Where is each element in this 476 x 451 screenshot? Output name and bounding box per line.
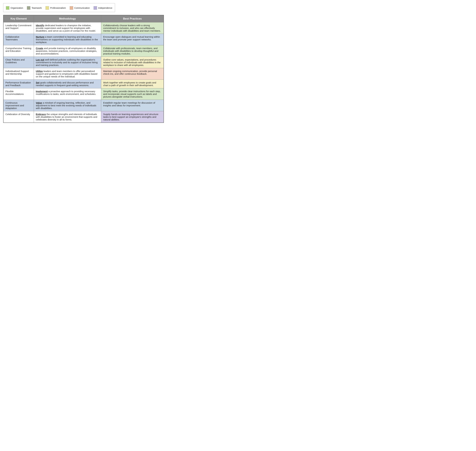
- cell-methodology: Identify dedicated leaders to champion t…: [34, 22, 101, 34]
- cell-key-element: Leadership Commitment and Support: [3, 22, 34, 34]
- table-row: Comprehensive Training and EducationCrea…: [3, 45, 164, 57]
- cell-key-element: Performance Evaluation and Feedback: [3, 80, 34, 88]
- method-keyword: Utilize: [36, 70, 43, 72]
- cell-key-element: Comprehensive Training and Education: [3, 45, 34, 57]
- cell-methodology: Lay out well-defined policies outlining …: [34, 57, 101, 68]
- method-keyword: Value: [36, 101, 42, 104]
- cell-best-practices: Work together with employees to create g…: [101, 80, 164, 88]
- key-item: Organization: [6, 6, 23, 10]
- cell-best-practices: Simplify tasks, provide clear instructio…: [101, 88, 164, 100]
- cell-methodology: Set goals collaboratively and discuss pe…: [34, 80, 101, 88]
- table-row: Collaborative TeammatesNurture a team co…: [3, 34, 164, 45]
- method-keyword: Set: [36, 81, 39, 84]
- header-methodology: Methodology: [34, 15, 101, 22]
- method-keyword: Embrace: [36, 113, 46, 116]
- table-row: Continuous Improvement and AdaptationVal…: [3, 100, 164, 111]
- key-items: OrganizationTeamworkProfessionalismCommu…: [6, 6, 112, 10]
- key-box: OrganizationTeamworkProfessionalismCommu…: [3, 3, 115, 12]
- header-key-element: Key Element: [3, 15, 34, 22]
- cell-methodology: Value a mindset of ongoing learning, ref…: [34, 100, 101, 111]
- cell-best-practices: Maintain ongoing communication, provide …: [101, 68, 164, 80]
- table-row: Clear Policies and GuidelinesLay out wel…: [3, 57, 164, 68]
- cell-best-practices: Establish regular team meetings for disc…: [101, 100, 164, 111]
- key-label: Independence: [98, 7, 112, 9]
- table-row: Individualized Support and MentorshipUti…: [3, 68, 164, 80]
- method-keyword: Implement: [36, 90, 48, 93]
- key-swatch: [94, 6, 97, 10]
- header-best-practices: Best Practices: [101, 15, 164, 22]
- cell-methodology: Implement a proactive approach to provid…: [34, 88, 101, 100]
- table-row: Celebration of DiversityEmbrace the uniq…: [3, 111, 164, 123]
- key-swatch: [6, 6, 9, 10]
- cell-key-element: Continuous Improvement and Adaptation: [3, 100, 34, 111]
- key-item: Professionalism: [45, 6, 66, 10]
- cell-key-element: Collaborative Teammates: [3, 34, 34, 45]
- cell-methodology: Embrace the unique strengths and interes…: [34, 111, 101, 123]
- key-item: Teamwork: [27, 6, 42, 10]
- method-keyword: Lay out: [36, 58, 44, 61]
- cell-key-element: Clear Policies and Guidelines: [3, 57, 34, 68]
- key-label: Teamwork: [32, 7, 42, 9]
- method-keyword: Nurture: [36, 35, 44, 38]
- cell-best-practices: Collaborate with professionals, team mem…: [101, 45, 164, 57]
- table-header-row: Key Element Methodology Best Practices: [3, 15, 164, 22]
- key-item: Independence: [94, 6, 112, 10]
- key-swatch: [27, 6, 30, 10]
- cell-best-practices: Encourage open dialogues and mutual lear…: [101, 34, 164, 45]
- cell-best-practices: Collaboratively choose leaders with a st…: [101, 22, 164, 34]
- cell-key-element: Celebration of Diversity: [3, 111, 34, 123]
- key-swatch: [70, 6, 73, 10]
- key-label: Communication: [74, 7, 90, 9]
- key-label: Professionalism: [50, 7, 66, 9]
- cell-key-element: Flexible Accommodations: [3, 88, 34, 100]
- table-row: Performance Evaluation and FeedbackSet g…: [3, 80, 164, 88]
- key-label: Organization: [11, 7, 23, 9]
- table-row: Leadership Commitment and SupportIdentif…: [3, 22, 164, 34]
- method-keyword: Create: [36, 47, 43, 50]
- method-keyword: Identify: [36, 24, 44, 27]
- cell-methodology: Nurture a team committed to learning and…: [34, 34, 101, 45]
- key-item: Communication: [70, 6, 90, 10]
- table-body: Leadership Commitment and SupportIdentif…: [3, 22, 164, 123]
- table-row: Flexible AccommodationsImplement a proac…: [3, 88, 164, 100]
- cell-best-practices: Supply hands-on learning experiences and…: [101, 111, 164, 123]
- key-swatch: [45, 6, 49, 10]
- main-table: Key Element Methodology Best Practices L…: [3, 15, 164, 123]
- cell-best-practices: Outline core values, expectations, and p…: [101, 57, 164, 68]
- cell-methodology: Utilize leaders and team members to offe…: [34, 68, 101, 80]
- cell-key-element: Individualized Support and Mentorship: [3, 68, 34, 80]
- cell-methodology: Create and provide training to all emplo…: [34, 45, 101, 57]
